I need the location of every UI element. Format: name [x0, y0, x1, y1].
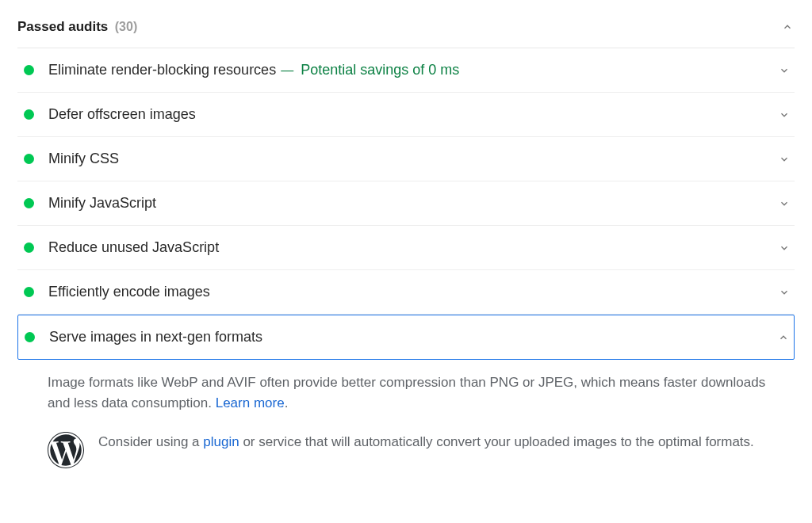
- wp-text-after: or service that will automatically conve…: [239, 434, 754, 449]
- audit-row-minify-css[interactable]: Minify CSS: [17, 137, 795, 181]
- audit-title: Reduce unused JavaScript: [48, 239, 219, 256]
- chevron-down-icon: [777, 197, 791, 211]
- wordpress-tip: Consider using a plugin or service that …: [17, 421, 795, 475]
- audit-row-minify-javascript[interactable]: Minify JavaScript: [17, 181, 795, 226]
- audit-row-serve-images-next-gen[interactable]: Serve images in next-gen formats: [17, 315, 795, 360]
- pass-dot-icon: [24, 65, 34, 75]
- chevron-down-icon: [777, 108, 791, 122]
- pass-dot-icon: [24, 109, 34, 120]
- chevron-down-icon: [777, 63, 791, 78]
- audit-row-eliminate-render-blocking[interactable]: Eliminate render-blocking resources — Po…: [17, 48, 795, 93]
- audit-title: Defer offscreen images: [48, 106, 196, 123]
- pass-dot-icon: [24, 198, 34, 208]
- savings-dash: —: [281, 63, 293, 78]
- pass-dot-icon: [24, 242, 34, 253]
- wordpress-icon: [48, 432, 84, 468]
- details-text: Image formats like WebP and AVIF often p…: [48, 375, 765, 410]
- wp-text-before: Consider using a: [98, 434, 203, 449]
- audit-title: Minify CSS: [48, 151, 119, 167]
- chevron-down-icon: [777, 241, 791, 255]
- chevron-up-icon: [776, 330, 791, 345]
- audit-row-reduce-unused-javascript[interactable]: Reduce unused JavaScript: [17, 226, 795, 270]
- audit-savings: Potential savings of 0 ms: [301, 62, 459, 78]
- audit-title: Serve images in next-gen formats: [49, 329, 262, 345]
- audit-list: Eliminate render-blocking resources — Po…: [17, 48, 795, 475]
- audit-title: Minify JavaScript: [48, 195, 156, 212]
- audit-title: Efficiently encode images: [48, 284, 210, 300]
- passed-audits-header[interactable]: Passed audits (30): [17, 14, 795, 48]
- pass-dot-icon: [25, 332, 35, 342]
- pass-dot-icon: [24, 287, 34, 297]
- section-count: (30): [115, 20, 137, 33]
- section-title: Passed audits: [17, 19, 108, 34]
- chevron-down-icon: [777, 285, 791, 300]
- chevron-up-icon: [780, 20, 795, 34]
- wordpress-tip-text: Consider using a plugin or service that …: [98, 432, 754, 452]
- details-text-after: .: [285, 395, 289, 410]
- audit-title: Eliminate render-blocking resources: [48, 62, 276, 78]
- learn-more-link[interactable]: Learn more: [216, 395, 285, 410]
- audit-row-defer-offscreen-images[interactable]: Defer offscreen images: [17, 93, 795, 137]
- pass-dot-icon: [24, 154, 34, 164]
- plugin-link[interactable]: plugin: [203, 434, 239, 449]
- audit-details: Image formats like WebP and AVIF often p…: [17, 360, 795, 421]
- chevron-down-icon: [777, 152, 791, 166]
- audit-row-efficiently-encode-images[interactable]: Efficiently encode images: [17, 270, 795, 315]
